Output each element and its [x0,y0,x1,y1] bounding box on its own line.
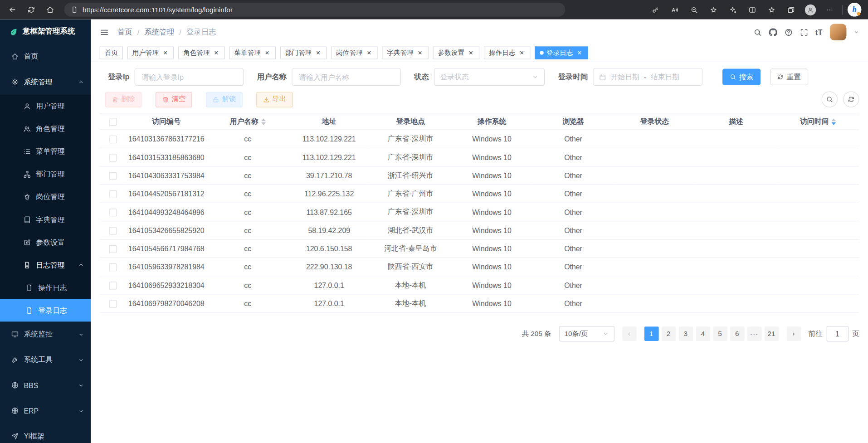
search-icon[interactable] [753,28,761,36]
row-checkbox[interactable] [109,227,117,234]
row-checkbox[interactable] [109,263,117,271]
tab-home[interactable]: 首页 [100,47,123,59]
row-checkbox[interactable] [109,154,117,161]
search-button[interactable]: 搜索 [722,68,761,85]
close-icon[interactable]: × [213,49,220,57]
browser-profile-icon[interactable] [803,2,818,17]
sidebar-item-home[interactable]: 首页 [0,44,91,69]
breadcrumb-item[interactable]: 首页 [117,27,132,37]
user-avatar[interactable] [830,24,847,40]
sidebar-item-bbs[interactable]: BBS [0,373,91,398]
sidebar-item-log-mgmt[interactable]: 日志管理 [0,253,91,276]
column-header-user-name[interactable]: 用户名称 [207,113,288,130]
close-icon[interactable]: × [518,49,526,57]
row-checkbox[interactable] [109,190,117,198]
collections-icon[interactable] [784,2,799,17]
sort-carets-icon[interactable] [831,118,836,125]
close-icon[interactable]: × [263,49,271,57]
delete-button[interactable]: 删除 [105,92,142,107]
sidebar-item-system-monitor[interactable]: 系统监控 [0,321,91,347]
pager-page-4[interactable]: 4 [696,326,710,341]
font-size-icon[interactable]: tT [815,28,823,36]
close-icon[interactable]: × [467,49,474,57]
read-aloud-icon[interactable] [668,2,682,17]
login-time-range-picker[interactable]: 开始日期 - 结束日期 [593,68,702,86]
sidebar-item-yi-framework[interactable]: Yi框架 [0,424,91,443]
sidebar-item-dept-mgmt[interactable]: 部门管理 [0,163,91,185]
close-icon[interactable]: × [576,49,583,57]
goto-page-input[interactable] [826,326,848,341]
sidebar-item-system-mgmt[interactable]: 系统管理 [0,69,91,95]
browser-home-icon[interactable] [42,2,58,17]
sidebar-item-user-mgmt[interactable]: 用户管理 [0,95,91,117]
unlock-button[interactable]: 解锁 [206,92,243,107]
tab-login-log[interactable]: 登录日志× [535,47,588,59]
pager-page-6[interactable]: 6 [730,326,744,341]
login-ip-input[interactable] [135,68,244,86]
tab-dict-mgmt[interactable]: 字典管理× [382,47,429,59]
address-bar[interactable]: https://ccnetcore.com:1101/system/log/lo… [64,3,566,17]
split-screen-icon[interactable] [745,2,760,17]
refresh-table-icon[interactable] [843,91,859,107]
sidebar-item-menu-mgmt[interactable]: 菜单管理 [0,140,91,163]
sort-carets-icon[interactable] [261,118,266,125]
next-page-button[interactable] [786,326,801,341]
password-key-icon[interactable] [648,2,663,17]
tab-post-mgmt[interactable]: 岗位管理× [331,47,378,59]
pager-page-2[interactable]: 2 [661,326,676,341]
row-checkbox[interactable] [109,300,117,307]
pager-page-5[interactable]: 5 [713,326,727,341]
pager-page-21[interactable]: 21 [764,326,779,341]
pager-page-3[interactable]: 3 [678,326,693,341]
sidebar-item-post-mgmt[interactable]: 岗位管理 [0,185,91,208]
tab-param-settings[interactable]: 参数设置× [433,47,480,59]
close-icon[interactable]: × [366,49,373,57]
favorites-bar-icon[interactable] [765,2,779,17]
fullscreen-icon[interactable] [800,28,808,36]
tab-operation-log[interactable]: 操作日志× [484,47,531,59]
app-logo[interactable]: 意框架管理系统 [0,19,91,44]
sidebar-toggle-icon[interactable] [100,27,109,37]
breadcrumb-item[interactable]: 系统管理 [144,27,174,37]
column-header-visit-time[interactable]: 访问时间 [777,113,859,130]
export-button[interactable]: 导出 [256,92,293,107]
page-info-icon[interactable] [71,6,78,13]
reload-icon[interactable] [23,2,39,17]
favorites-icon[interactable] [707,2,721,17]
github-icon[interactable] [769,28,777,36]
close-icon[interactable]: × [416,49,424,57]
back-icon[interactable] [5,2,20,17]
avatar-chevron-down-icon[interactable] [853,29,859,35]
row-checkbox[interactable] [109,172,117,180]
settings-menu-icon[interactable] [823,2,837,17]
tab-user-mgmt[interactable]: 用户管理× [127,47,174,59]
zoom-icon[interactable] [687,2,702,17]
clear-button[interactable]: 清空 [156,92,192,107]
sidebar-item-role-mgmt[interactable]: 角色管理 [0,117,91,140]
sidebar-item-erp[interactable]: ERP [0,398,91,424]
row-checkbox[interactable] [109,282,117,289]
row-checkbox[interactable] [109,245,117,253]
toggle-search-icon[interactable] [822,91,838,107]
browser-essentials-icon[interactable] [726,2,740,17]
status-select[interactable]: 登录状态 [434,68,545,86]
sidebar-item-param-settings[interactable]: 参数设置 [0,231,91,253]
page-size-select[interactable]: 10条/页 [559,326,614,341]
sidebar-item-dict-mgmt[interactable]: 字典管理 [0,208,91,231]
tab-menu-mgmt[interactable]: 菜单管理× [229,47,276,59]
select-all-checkbox[interactable] [109,118,117,126]
pager-more[interactable]: ··· [747,326,761,341]
reset-button[interactable]: 重置 [770,68,808,85]
sidebar-item-operation-log[interactable]: 操作日志 [0,276,91,299]
prev-page-button[interactable] [622,326,636,341]
close-icon[interactable]: × [161,49,169,57]
user-name-input[interactable] [292,68,400,86]
copilot-icon[interactable]: b [848,3,862,17]
tab-role-mgmt[interactable]: 角色管理× [178,47,225,59]
tab-dept-mgmt[interactable]: 部门管理× [280,47,327,59]
pager-page-1[interactable]: 1 [644,326,658,341]
row-checkbox[interactable] [109,136,117,143]
row-checkbox[interactable] [109,209,117,216]
sidebar-item-login-log[interactable]: 登录日志 [0,299,91,321]
help-icon[interactable] [784,28,792,36]
